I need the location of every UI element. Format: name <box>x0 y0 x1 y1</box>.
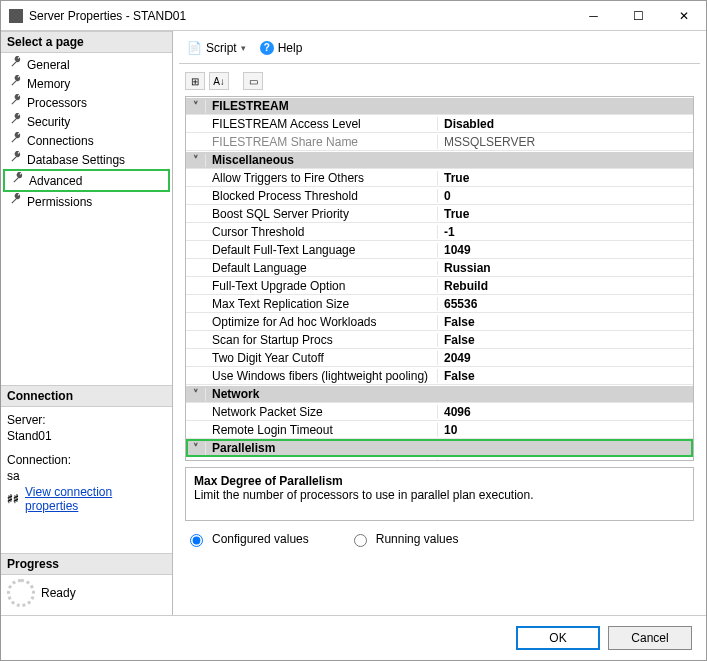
property-label: Boost SQL Server Priority <box>206 207 438 221</box>
script-label: Script <box>206 41 237 55</box>
property-row[interactable]: Default Full-Text Language1049 <box>186 241 693 259</box>
property-value[interactable]: Disabled <box>438 117 693 131</box>
configured-values-radio[interactable]: Configured values <box>185 531 309 547</box>
property-label: Cursor Threshold <box>206 225 438 239</box>
sidebar-item-general[interactable]: General <box>3 55 170 74</box>
title-bar: Server Properties - STAND01 ─ ☐ ✕ <box>1 1 706 31</box>
property-row[interactable]: Max Text Replication Size65536 <box>186 295 693 313</box>
property-value[interactable]: 4096 <box>438 405 693 419</box>
connection-props-icon: ♯♯ <box>7 492 19 506</box>
sidebar-item-label: Processors <box>27 95 87 111</box>
property-row[interactable]: Use Windows fibers (lightweight pooling)… <box>186 367 693 385</box>
category-network[interactable]: ˅Network <box>186 385 693 403</box>
property-label: Use Windows fibers (lightweight pooling) <box>206 369 438 383</box>
maximize-button[interactable]: ☐ <box>616 1 661 30</box>
category-parallelism[interactable]: ˅Parallelism <box>186 439 693 457</box>
script-icon: 📄 <box>187 41 202 55</box>
property-value[interactable]: 10 <box>438 423 693 437</box>
connection-header: Connection <box>1 385 172 407</box>
property-grid[interactable]: ˅FILESTREAMFILESTREAM Access LevelDisabl… <box>185 96 694 461</box>
property-row[interactable]: Scan for Startup ProcsFalse <box>186 331 693 349</box>
property-row[interactable]: Allow Triggers to Fire OthersTrue <box>186 169 693 187</box>
property-value[interactable]: 2049 <box>438 351 693 365</box>
progress-spinner-icon <box>7 579 35 607</box>
content-toolbar: 📄 Script ▾ ? Help <box>179 35 700 64</box>
sidebar-item-processors[interactable]: Processors <box>3 93 170 112</box>
property-row[interactable]: Blocked Process Threshold0 <box>186 187 693 205</box>
property-row[interactable]: Boost SQL Server PriorityTrue <box>186 205 693 223</box>
property-row[interactable]: Full-Text Upgrade OptionRebuild <box>186 277 693 295</box>
property-value[interactable]: 5 <box>438 459 693 461</box>
chevron-down-icon: ▾ <box>241 43 246 53</box>
property-value[interactable]: -1 <box>438 225 693 239</box>
collapse-icon[interactable]: ˅ <box>186 388 206 401</box>
wrench-icon <box>9 193 22 210</box>
sidebar-item-label: Memory <box>27 76 70 92</box>
sidebar-item-connections[interactable]: Connections <box>3 131 170 150</box>
minimize-button[interactable]: ─ <box>571 1 616 30</box>
wrench-icon <box>9 94 22 111</box>
property-value[interactable]: 0 <box>438 189 693 203</box>
description-text: Limit the number of processors to use in… <box>194 488 685 502</box>
running-values-radio[interactable]: Running values <box>349 531 459 547</box>
close-button[interactable]: ✕ <box>661 1 706 30</box>
property-value[interactable]: False <box>438 369 693 383</box>
property-row[interactable]: Remote Login Timeout10 <box>186 421 693 439</box>
server-value: Stand01 <box>7 429 166 443</box>
property-value[interactable]: True <box>438 207 693 221</box>
property-row[interactable]: Two Digit Year Cutoff2049 <box>186 349 693 367</box>
content: 📄 Script ▾ ? Help ⊞ A↓ ▭ ˅FILESTREAMFILE… <box>173 31 706 615</box>
property-value[interactable]: MSSQLSERVER <box>438 135 693 149</box>
property-row[interactable]: Network Packet Size4096 <box>186 403 693 421</box>
property-row[interactable]: Cost Threshold for Parallelism5 <box>186 457 693 461</box>
property-label: FILESTREAM Access Level <box>206 117 438 131</box>
view-connection-link[interactable]: View connection properties <box>25 485 166 513</box>
property-label: Optimize for Ad hoc Workloads <box>206 315 438 329</box>
category-label: Parallelism <box>206 441 438 455</box>
property-label: Allow Triggers to Fire Others <box>206 171 438 185</box>
property-row[interactable]: FILESTREAM Access LevelDisabled <box>186 115 693 133</box>
progress-block: Ready <box>1 575 172 615</box>
property-label: Max Text Replication Size <box>206 297 438 311</box>
sidebar-item-database-settings[interactable]: Database Settings <box>3 150 170 169</box>
property-value[interactable]: Russian <box>438 261 693 275</box>
property-row[interactable]: Optimize for Ad hoc WorkloadsFalse <box>186 313 693 331</box>
property-value[interactable]: False <box>438 333 693 347</box>
wrench-icon <box>11 172 24 189</box>
sidebar-item-advanced[interactable]: Advanced <box>3 169 170 192</box>
collapse-icon[interactable]: ˅ <box>186 154 206 167</box>
property-row[interactable]: Cursor Threshold-1 <box>186 223 693 241</box>
server-label: Server: <box>7 413 166 427</box>
property-value[interactable]: False <box>438 315 693 329</box>
configured-radio-input[interactable] <box>190 534 203 547</box>
sidebar-item-memory[interactable]: Memory <box>3 74 170 93</box>
property-pages-button[interactable]: ▭ <box>243 72 263 90</box>
script-button[interactable]: 📄 Script ▾ <box>183 39 250 57</box>
sort-button[interactable]: A↓ <box>209 72 229 90</box>
cancel-button[interactable]: Cancel <box>608 626 692 650</box>
property-row[interactable]: FILESTREAM Share NameMSSQLSERVER <box>186 133 693 151</box>
property-value[interactable]: 65536 <box>438 297 693 311</box>
wrench-icon <box>9 56 22 73</box>
window-title: Server Properties - STAND01 <box>29 9 571 23</box>
sidebar-item-label: Permissions <box>27 194 92 210</box>
running-radio-input[interactable] <box>354 534 367 547</box>
property-value[interactable]: Rebuild <box>438 279 693 293</box>
property-label: Default Language <box>206 261 438 275</box>
sidebar-item-permissions[interactable]: Permissions <box>3 192 170 211</box>
category-miscellaneous[interactable]: ˅Miscellaneous <box>186 151 693 169</box>
property-row[interactable]: Default LanguageRussian <box>186 259 693 277</box>
collapse-icon[interactable]: ˅ <box>186 100 206 113</box>
sidebar-item-label: General <box>27 57 70 73</box>
help-button[interactable]: ? Help <box>256 39 307 57</box>
property-value[interactable]: True <box>438 171 693 185</box>
ok-button[interactable]: OK <box>516 626 600 650</box>
property-label: Cost Threshold for Parallelism <box>206 459 438 461</box>
categorize-button[interactable]: ⊞ <box>185 72 205 90</box>
property-value[interactable]: 1049 <box>438 243 693 257</box>
sidebar-item-security[interactable]: Security <box>3 112 170 131</box>
collapse-icon[interactable]: ˅ <box>186 442 206 455</box>
sidebar-item-label: Security <box>27 114 70 130</box>
running-radio-label: Running values <box>376 532 459 546</box>
category-filestream[interactable]: ˅FILESTREAM <box>186 97 693 115</box>
